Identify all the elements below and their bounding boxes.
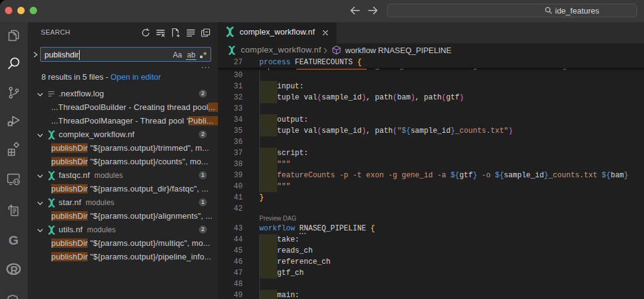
svg-text:G: G bbox=[9, 233, 19, 247]
svg-text:R: R bbox=[10, 264, 18, 276]
